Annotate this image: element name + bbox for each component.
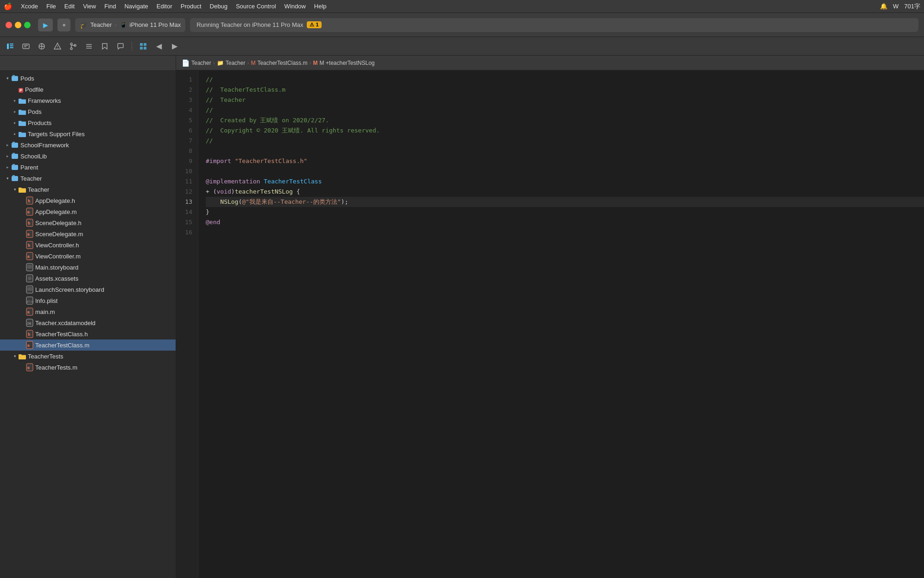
comment-icon[interactable] <box>114 40 127 53</box>
scheme-selector[interactable]: 🎓 Teacher › 📱 iPhone 11 Pro Max <box>75 18 185 32</box>
sidebar-item-scenedelegate-h[interactable]: hSceneDelegate.h <box>0 217 176 228</box>
code-line-5[interactable]: // Created by 王斌绩 on 2020/2/27. <box>206 115 924 126</box>
file-icon-viewcontroller-m: m <box>26 252 33 260</box>
sidebar-item-appdelegate-h[interactable]: hAppDelegate.h <box>0 195 176 206</box>
git-icon[interactable] <box>67 40 80 53</box>
sidebar-item-pods-root[interactable]: ▾Pods <box>0 73 176 84</box>
sidebar-label-parent: Parent <box>20 164 38 171</box>
code-line-8[interactable] <box>206 146 924 156</box>
svg-rect-25 <box>13 142 15 143</box>
tree-arrow-scenedelegate-h <box>19 219 26 226</box>
file-icon-schoolframework <box>11 141 19 149</box>
breadcrumb-teacher-folder[interactable]: Teacher <box>226 60 246 66</box>
sidebar-item-info-plist[interactable]: plistInfo.plist <box>0 295 176 306</box>
back-icon[interactable]: ◀ <box>152 40 165 53</box>
code-line-15[interactable]: @end <box>206 217 924 227</box>
code-line-6[interactable]: // Copyright © 2020 王斌绩. All rights rese… <box>206 126 924 136</box>
menu-xcode[interactable]: Xcode <box>21 3 38 10</box>
sidebar-item-main-storyboard[interactable]: Main.storyboard <box>0 262 176 273</box>
sidebar-item-launchscreen[interactable]: LaunchScreen.storyboard <box>0 284 176 295</box>
sidebar-item-viewcontroller-m[interactable]: mViewController.m <box>0 251 176 262</box>
sidebar-item-frameworks[interactable]: ▸Frameworks <box>0 95 176 106</box>
list-icon[interactable] <box>82 40 95 53</box>
sidebar-item-teachertestclass-m[interactable]: mTeacherTestClass.m <box>0 339 176 351</box>
sidebar-item-teachertests-m[interactable]: mTeacherTests.m <box>0 362 176 373</box>
menu-source-control[interactable]: Source Control <box>236 3 276 10</box>
code-line-7[interactable]: // <box>206 136 924 146</box>
code-line-11[interactable]: @implementation TeacherTestClass <box>206 176 924 187</box>
sidebar-item-assets-xcassets[interactable]: Assets.xcassets <box>0 273 176 284</box>
code-line-13[interactable]: NSLog(@"我是来自--Teacher--的类方法"); <box>206 197 924 207</box>
code-line-10[interactable] <box>206 166 924 176</box>
line-number-13: 13 <box>176 197 198 207</box>
bookmark-icon[interactable] <box>98 40 111 53</box>
code-lines[interactable]: //// TeacherTestClass.m// Teacher//// Cr… <box>198 71 924 578</box>
notification-icon[interactable]: 🔔 <box>880 3 887 10</box>
navigator-toggle-icon[interactable] <box>4 40 17 53</box>
menu-product[interactable]: Product <box>181 3 202 10</box>
menu-find[interactable]: Find <box>104 3 116 10</box>
breadcrumb-method[interactable]: M +teacherTestNSLog <box>319 60 374 66</box>
code-line-1[interactable]: // <box>206 75 924 85</box>
sidebar-item-targets-support[interactable]: ▸Targets Support Files <box>0 128 176 139</box>
apple-menu[interactable]: 🍎 <box>4 2 13 11</box>
sidebar-item-appdelegate-m[interactable]: mAppDelegate.m <box>0 206 176 217</box>
library-icon[interactable] <box>35 40 48 53</box>
code-line-9[interactable]: #import "TeacherTestClass.h" <box>206 156 924 166</box>
breadcrumb-file[interactable]: TeacherTestClass.m <box>257 60 307 66</box>
sidebar-item-parent[interactable]: ▸Parent <box>0 162 176 173</box>
sidebar-item-main-m[interactable]: mmain.m <box>0 306 176 317</box>
code-line-3[interactable]: // Teacher <box>206 95 924 105</box>
maximize-button[interactable] <box>24 22 31 28</box>
breakpoints-icon[interactable] <box>19 40 32 53</box>
tree-arrow-main-storyboard <box>19 264 26 271</box>
file-icon-targets-support <box>19 130 26 138</box>
device-icon: 📱 <box>120 21 127 28</box>
breadcrumb-teacher[interactable]: Teacher <box>191 60 211 66</box>
run-button[interactable]: ▶ <box>38 19 53 31</box>
menu-navigate[interactable]: Navigate <box>124 3 148 10</box>
code-line-4[interactable]: // <box>206 105 924 115</box>
menu-view[interactable]: View <box>83 3 96 10</box>
menu-editor[interactable]: Editor <box>157 3 172 10</box>
stop-button[interactable]: ■ <box>57 19 70 31</box>
code-line-14[interactable]: } <box>206 207 924 217</box>
warning-icon[interactable] <box>51 40 64 53</box>
sidebar-item-viewcontroller-h[interactable]: hViewController.h <box>0 239 176 251</box>
traffic-lights <box>6 22 31 28</box>
sidebar-item-teacher-root[interactable]: ▾Teacher <box>0 173 176 184</box>
warning-badge[interactable]: ⚠ 1 <box>307 21 321 28</box>
code-editor[interactable]: 12345678910111213141516 //// TeacherTest… <box>176 71 924 578</box>
sidebar-item-teachertestclass-h[interactable]: hTeacherTestClass.h <box>0 328 176 339</box>
svg-text:m: m <box>27 232 30 237</box>
code-line-2[interactable]: // TeacherTestClass.m <box>206 85 924 95</box>
code-line-16[interactable] <box>206 227 924 238</box>
sidebar-item-products[interactable]: ▸Products <box>0 117 176 128</box>
grid-view-icon[interactable] <box>137 40 150 53</box>
sidebar-item-scenedelegate-m[interactable]: mSceneDelegate.m <box>0 228 176 239</box>
menu-help[interactable]: Help <box>314 3 327 10</box>
sidebar-item-teacher-folder[interactable]: ▾Teacher <box>0 184 176 195</box>
sidebar-item-teachertests[interactable]: ▾TeacherTests <box>0 351 176 362</box>
sidebar-item-podfile[interactable]: PPodfile <box>0 84 176 95</box>
close-button[interactable] <box>6 22 12 28</box>
sidebar-item-teacher-xcdatamodel[interactable]: DBTeacher.xcdatamodeld <box>0 317 176 328</box>
sidebar-item-schoollib[interactable]: ▸SchoolLib <box>0 151 176 162</box>
sidebar-label-pods-folder: Pods <box>28 108 42 115</box>
line-number-6: 6 <box>176 126 198 136</box>
code-line-12[interactable]: + (void)teacherTestNSLog { <box>206 187 924 197</box>
toolbar: ◀ ▶ <box>0 37 924 56</box>
menu-debug[interactable]: Debug <box>210 3 228 10</box>
tree-arrow-products: ▸ <box>11 119 19 126</box>
menu-window[interactable]: Window <box>285 3 306 10</box>
sidebar-item-schoolframework[interactable]: ▸SchoolFramework <box>0 139 176 151</box>
menu-file[interactable]: File <box>46 3 56 10</box>
sidebar-item-pods-folder[interactable]: ▸Pods <box>0 106 176 117</box>
forward-icon[interactable]: ▶ <box>168 40 181 53</box>
file-icon-products <box>19 119 26 126</box>
tree-arrow-schoolframework: ▸ <box>4 141 11 149</box>
sidebar-label-teacher-xcdatamodel: Teacher.xcdatamodeld <box>35 320 95 327</box>
menu-edit[interactable]: Edit <box>64 3 75 10</box>
svg-text:h: h <box>28 199 30 203</box>
minimize-button[interactable] <box>15 22 21 28</box>
